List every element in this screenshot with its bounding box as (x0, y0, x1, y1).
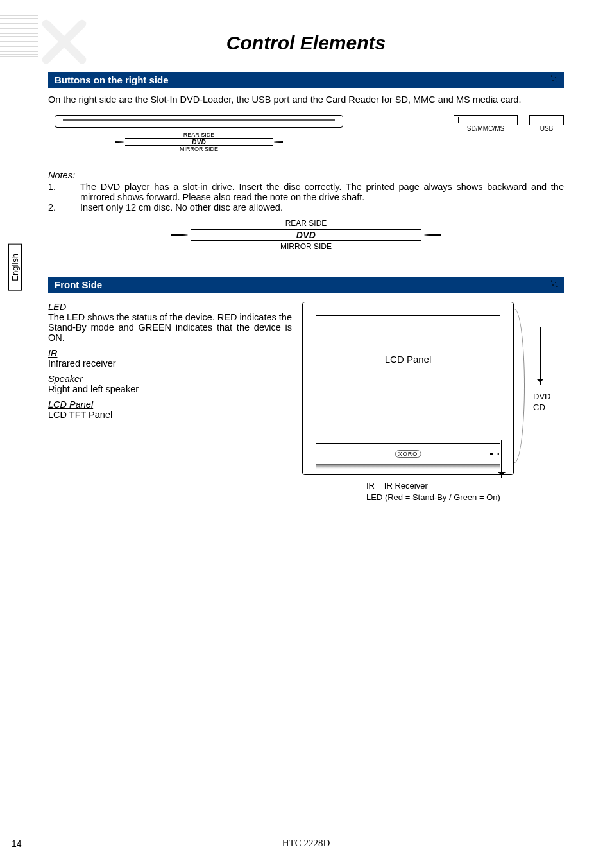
label-mirror-side-small: MIRROR SIDE (125, 146, 273, 152)
arrow-to-dvdcd-icon (540, 327, 541, 385)
right-side-intro-text: On the right side are the Slot-In DVD-Lo… (48, 94, 564, 105)
diagram-dvd-cd-label: DVD CD (533, 392, 550, 413)
usb-port-icon (529, 115, 564, 125)
side-view-diagram: REAR SIDE DVD MIRROR SIDE (48, 115, 454, 152)
page-title: Control Elements (0, 32, 612, 54)
dvd-slot-icon-small: DVD (125, 138, 273, 146)
sd-mmc-ms-port-icon (454, 115, 518, 125)
language-tab: English (8, 244, 22, 291)
label-rear-side-small: REAR SIDE (125, 132, 273, 138)
speaker-description: Right and left speaker (48, 384, 292, 394)
label-sdmmc: SD/MMC/MS (454, 125, 518, 132)
right-side-diagrams-row: REAR SIDE DVD MIRROR SIDE SD/MMC/MS USB (48, 115, 564, 152)
tv-outline: LCD Panel XORO (302, 302, 514, 475)
diagram-brand-label: XORO (395, 450, 421, 458)
led-indicator-icon (497, 453, 499, 455)
ports-group: SD/MMC/MS USB (454, 115, 564, 132)
label-rear-side-large: REAR SIDE (191, 219, 421, 228)
diagram-dvd-label: DVD (533, 392, 550, 403)
dvd-logo-text-large: DVD (296, 230, 316, 240)
dvd-slot-diagram-large: REAR SIDE DVD MIRROR SIDE (191, 219, 421, 251)
notes-list: 1. The DVD player has a slot-in drive. I… (48, 182, 564, 213)
front-side-text-column: LED The LED shows the status of the devi… (48, 302, 292, 503)
note-2-text: Insert only 12 cm disc. No other disc ar… (80, 202, 564, 213)
section-heading-front-side: Front Side (48, 277, 564, 293)
front-view-diagram: LCD Panel XORO DVD CD IR = IR Receiver L… (302, 302, 564, 503)
device-side-outline (55, 115, 343, 128)
title-underline (42, 62, 570, 62)
tv-screen-outline (316, 315, 500, 444)
speaker-outline-icon (514, 309, 525, 463)
dvd-slot-front-icon (316, 464, 500, 469)
arrow-to-slot-icon (501, 440, 502, 478)
lcd-panel-heading: LCD Panel (48, 399, 292, 410)
diagram-ir-caption: IR = IR Receiver (366, 480, 564, 492)
led-description: The LED shows the status of the device. … (48, 312, 292, 343)
diagram-cd-label: CD (533, 403, 550, 413)
ir-indicator-icon (490, 453, 493, 455)
led-heading: LED (48, 302, 292, 312)
section-heading-right-side: Buttons on the right side (48, 72, 564, 88)
note-1-number: 1. (48, 182, 80, 202)
footer-model: HTC 2228D (0, 838, 612, 849)
diagram-led-caption: LED (Red = Stand-By / Green = On) (366, 492, 564, 503)
notes-heading: Notes: (48, 170, 564, 180)
label-mirror-side-large: MIRROR SIDE (191, 242, 421, 251)
ir-heading: IR (48, 348, 292, 358)
label-usb: USB (529, 125, 564, 132)
page-number: 14 (12, 838, 22, 849)
note-1-text: The DVD player has a slot-in drive. Inse… (80, 182, 564, 202)
note-2-number: 2. (48, 202, 80, 213)
ir-description: Infrared receiver (48, 358, 292, 369)
diagram-lcd-panel-label: LCD Panel (303, 354, 513, 365)
dvd-logo-text-small: DVD (192, 139, 206, 146)
speaker-heading: Speaker (48, 374, 292, 384)
lcd-panel-description: LCD TFT Panel (48, 410, 292, 420)
